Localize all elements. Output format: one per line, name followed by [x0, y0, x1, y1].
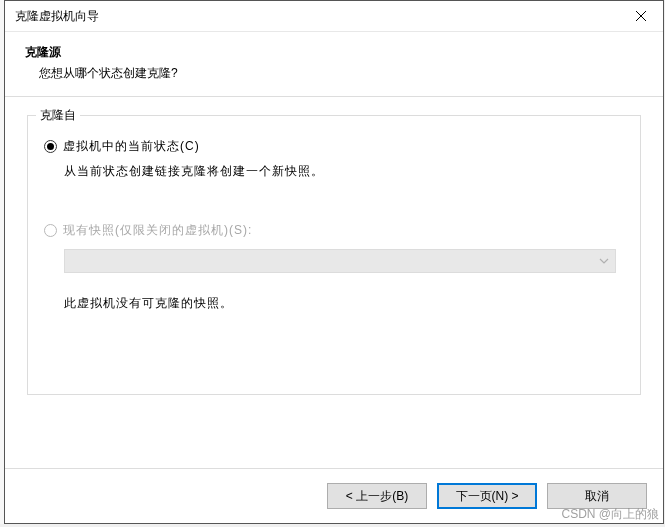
wizard-window: 克隆虚拟机向导 克隆源 您想从哪个状态创建克隆? 克隆自 虚拟机中的当前状态(C…: [4, 0, 664, 524]
header-subtitle: 您想从哪个状态创建克隆?: [39, 65, 643, 82]
cancel-button[interactable]: 取消: [547, 483, 647, 509]
window-title: 克隆虚拟机向导: [15, 8, 99, 25]
chevron-down-icon: [599, 256, 609, 266]
option-current-state-hint: 从当前状态创建链接克隆将创建一个新快照。: [64, 163, 624, 180]
snapshot-dropdown: [64, 249, 616, 273]
radio-existing-snapshot: [44, 224, 57, 237]
header-title: 克隆源: [25, 44, 643, 61]
wizard-footer: < 上一步(B) 下一页(N) > 取消: [5, 468, 663, 523]
option-current-state[interactable]: 虚拟机中的当前状态(C): [44, 138, 624, 155]
option-existing-snapshot-hint: 此虚拟机没有可克隆的快照。: [64, 295, 624, 312]
radio-current-state[interactable]: [44, 140, 57, 153]
option-current-state-label: 虚拟机中的当前状态(C): [63, 138, 200, 155]
close-icon: [636, 11, 646, 21]
back-button[interactable]: < 上一步(B): [327, 483, 427, 509]
clone-from-group: 克隆自 虚拟机中的当前状态(C) 从当前状态创建链接克隆将创建一个新快照。 现有…: [27, 115, 641, 395]
group-legend: 克隆自: [36, 107, 80, 124]
option-existing-snapshot-label: 现有快照(仅限关闭的虚拟机)(S):: [63, 222, 252, 239]
option-existing-snapshot: 现有快照(仅限关闭的虚拟机)(S):: [44, 222, 624, 239]
wizard-header: 克隆源 您想从哪个状态创建克隆?: [5, 32, 663, 97]
wizard-content: 克隆自 虚拟机中的当前状态(C) 从当前状态创建链接克隆将创建一个新快照。 现有…: [5, 97, 663, 468]
next-button[interactable]: 下一页(N) >: [437, 483, 537, 509]
close-button[interactable]: [618, 1, 663, 31]
titlebar: 克隆虚拟机向导: [5, 1, 663, 32]
